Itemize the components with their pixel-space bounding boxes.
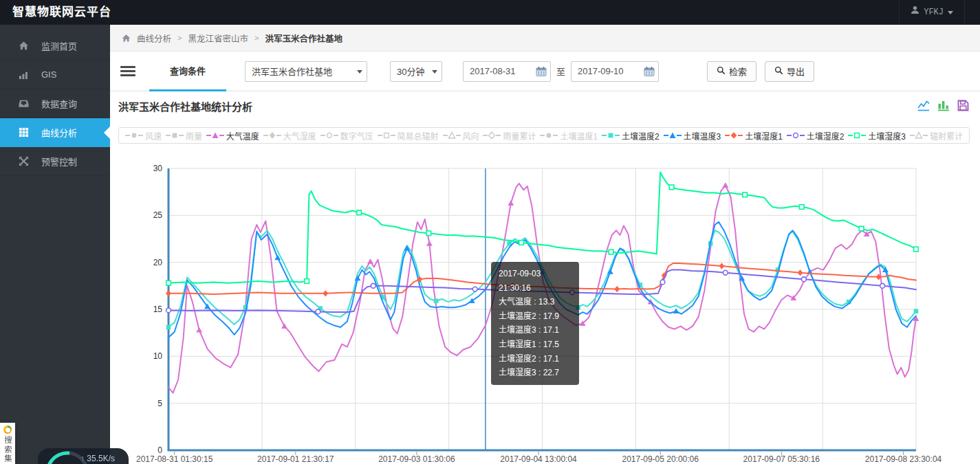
legend-item-label: 数字气压 xyxy=(340,130,373,142)
svg-text:2017-09-01 21:30:17: 2017-09-01 21:30:17 xyxy=(257,454,334,464)
chart-legend: 风速雨量大气温度大气湿度数字气压简易总辐射风向雨量累计土壤温度1土壤温度2土壤温… xyxy=(118,127,970,144)
legend-item-雨量[interactable]: 雨量 xyxy=(166,130,202,142)
user-menu[interactable]: YFKJ xyxy=(899,0,965,25)
legend-item-label: 风向 xyxy=(463,130,479,142)
app-title: 智慧物联网云平台 xyxy=(12,0,111,25)
export-button[interactable]: 导出 xyxy=(765,61,814,82)
legend-item-label: 土壤温度1 xyxy=(560,130,598,142)
legend-marker-icon xyxy=(664,131,682,140)
svg-text:15: 15 xyxy=(153,305,163,314)
legend-item-雨量累计[interactable]: 雨量累计 xyxy=(483,130,536,142)
legend-marker-icon xyxy=(443,131,461,140)
legend-item-土壤湿度1[interactable]: 土壤湿度1 xyxy=(725,130,783,142)
legend-item-label: 土壤湿度2 xyxy=(807,130,845,142)
page-title: 洪军玉米合作社基地统计分析 xyxy=(118,99,252,113)
sidebar-item-label: 监测首页 xyxy=(41,39,77,52)
date-to-input[interactable]: 2017-09-10 xyxy=(571,61,659,82)
main-content: 洪军玉米合作社基地统计分析 风速雨量大气温度大气湿度数字气压简易总辐射风向雨量累… xyxy=(110,91,980,464)
search-widget-logo-icon xyxy=(3,426,12,434)
legend-marker-icon xyxy=(125,131,143,140)
legend-item-风速[interactable]: 风速 xyxy=(125,130,162,142)
legend-item-label: 简易总辐射 xyxy=(398,130,439,142)
legend-item-土壤温度3[interactable]: 土壤温度3 xyxy=(664,130,721,142)
legend-item-土壤温度2[interactable]: 土壤温度2 xyxy=(602,130,660,142)
interval-select[interactable]: 30分钟 xyxy=(390,61,442,82)
legend-item-label: 土壤湿度1 xyxy=(745,130,783,142)
breadcrumb-item[interactable]: 洪军玉米合作社基地 xyxy=(265,32,342,45)
network-speed-widget[interactable]: ↑ 35.5K/s xyxy=(38,448,129,464)
breadcrumb-separator: > xyxy=(254,34,259,42)
series-markers-大气温度 xyxy=(196,182,919,332)
legend-item-辐射累计[interactable]: 辐射累计 xyxy=(910,130,963,142)
curve-analysis-icon xyxy=(19,127,29,137)
legend-item-土壤湿度3[interactable]: 土壤湿度3 xyxy=(848,130,906,142)
svg-text:2017-09-03 01:30:06: 2017-09-03 01:30:06 xyxy=(378,454,455,464)
breadcrumb-item[interactable]: 黑龙江省密山市 xyxy=(188,32,248,45)
line-chart[interactable]: 2017-08-31 01:30:152017-09-01 21:30:1720… xyxy=(113,162,977,464)
legend-item-label: 土壤湿度3 xyxy=(868,130,906,142)
breadcrumb: 曲线分析>黑龙江省密山市>洪军玉米合作社基地 xyxy=(110,25,980,52)
search-icon xyxy=(774,66,783,77)
svg-text:20: 20 xyxy=(153,258,163,267)
svg-text:2017-09-07 05:30:16: 2017-09-07 05:30:16 xyxy=(743,454,820,464)
legend-marker-icon xyxy=(483,131,501,140)
svg-text:5: 5 xyxy=(157,399,162,408)
legend-item-label: 风速 xyxy=(145,130,162,142)
legend-marker-icon xyxy=(910,131,928,140)
calendar-icon[interactable] xyxy=(644,66,655,79)
interval-select-value: 30分钟 xyxy=(397,65,424,78)
save-image-icon[interactable] xyxy=(957,100,969,111)
legend-item-大气温度[interactable]: 大气温度 xyxy=(206,130,259,142)
legend-item-label: 土壤温度2 xyxy=(622,130,660,142)
site-select-value: 洪军玉米合作社基地 xyxy=(252,65,332,78)
date-to-value: 2017-09-10 xyxy=(578,66,624,76)
legend-marker-icon xyxy=(206,131,224,140)
sidebar-item-预警控制[interactable]: 预警控制 xyxy=(0,147,110,176)
legend-item-土壤湿度2[interactable]: 土壤湿度2 xyxy=(787,130,845,142)
search-button[interactable]: 检索 xyxy=(707,61,756,82)
legend-marker-icon xyxy=(787,131,805,140)
search-sidebar-widget[interactable]: 搜索集 xyxy=(0,423,15,464)
legend-item-数字气压[interactable]: 数字气压 xyxy=(320,130,373,142)
legend-item-土壤温度1[interactable]: 土壤温度1 xyxy=(540,130,598,142)
legend-marker-icon xyxy=(263,131,281,140)
legend-item-大气湿度[interactable]: 大气湿度 xyxy=(263,130,316,142)
date-range-to-label: 至 xyxy=(556,65,565,78)
calendar-icon[interactable] xyxy=(536,66,547,79)
menu-toggle-button[interactable] xyxy=(120,66,135,76)
line-chart-icon[interactable] xyxy=(917,100,930,111)
legend-marker-icon xyxy=(320,131,338,140)
svg-text:10: 10 xyxy=(153,351,163,361)
sidebar-item-label: GIS xyxy=(41,69,56,80)
query-toolbar: 查询条件 洪军玉米合作社基地 30分钟 2017-08-31 至 2017-09… xyxy=(110,52,980,91)
legend-item-风向[interactable]: 风向 xyxy=(443,130,479,142)
legend-marker-icon xyxy=(378,131,395,140)
export-button-label: 导出 xyxy=(787,65,805,78)
chevron-down-icon xyxy=(357,70,362,74)
sidebar-item-曲线分析[interactable]: 曲线分析 xyxy=(0,118,110,147)
bar-chart-icon[interactable] xyxy=(937,100,950,111)
sidebar-item-label: 曲线分析 xyxy=(41,126,77,139)
network-speed-value: 35.5K/s xyxy=(87,454,115,463)
site-select[interactable]: 洪军玉米合作社基地 xyxy=(245,61,367,82)
home-icon xyxy=(19,41,29,51)
sidebar-item-GIS[interactable]: GIS xyxy=(0,60,110,89)
upload-arrow-icon: ↑ xyxy=(80,454,85,463)
date-from-input[interactable]: 2017-08-31 xyxy=(463,61,551,82)
legend-marker-icon xyxy=(602,131,620,140)
legend-item-label: 土壤温度3 xyxy=(684,130,721,142)
home-icon xyxy=(122,34,131,43)
svg-text:25: 25 xyxy=(153,210,163,220)
breadcrumb-item[interactable]: 曲线分析 xyxy=(137,32,171,45)
legend-marker-icon xyxy=(848,131,866,140)
sidebar-item-监测首页[interactable]: 监测首页 xyxy=(0,32,110,60)
search-widget-label: 搜索集 xyxy=(2,436,13,464)
sidebar-item-数据查询[interactable]: 数据查询 xyxy=(0,89,110,118)
breadcrumb-separator: > xyxy=(177,34,182,42)
svg-text:30: 30 xyxy=(153,164,163,173)
tab-query-conditions[interactable]: 查询条件 xyxy=(149,52,226,91)
chevron-down-icon xyxy=(948,11,953,14)
svg-text:2017-08-31 01:30:15: 2017-08-31 01:30:15 xyxy=(136,454,213,464)
legend-item-简易总辐射[interactable]: 简易总辐射 xyxy=(378,130,439,142)
app-header: 智慧物联网云平台 YFKJ xyxy=(0,0,980,25)
